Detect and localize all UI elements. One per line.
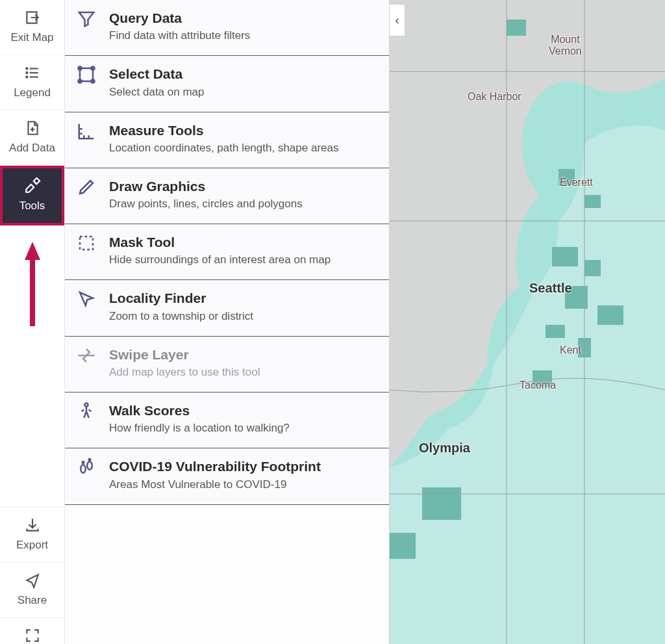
footprint-icon [77, 457, 96, 477]
svg-rect-31 [390, 533, 416, 559]
city-label-everett: Everett [560, 177, 593, 188]
tool-desc: Draw points, lines, circles and polygons [109, 198, 303, 211]
city-label-mount-vernon: MountVernon [549, 34, 582, 57]
city-label-olympia: Olympia [419, 441, 470, 456]
svg-point-20 [87, 462, 92, 470]
annotation-arrow [25, 242, 40, 326]
sidebar-item-label: Exit Map [10, 31, 53, 44]
tool-title: Select Data [109, 65, 204, 83]
city-label-kent: Kent [560, 344, 581, 356]
tool-title: Query Data [109, 9, 250, 27]
tool-desc: How friendly is a location to walking? [109, 422, 290, 435]
pencil-icon [77, 177, 96, 197]
svg-point-21 [82, 462, 84, 464]
tool-title: Swipe Layer [109, 346, 260, 363]
tool-desc: Add map layers to use this tool [109, 366, 260, 379]
svg-rect-11 [80, 68, 93, 81]
select-icon [77, 65, 96, 84]
sidebar-item-label: Add Data [9, 142, 55, 155]
chevron-left-icon: ‹ [395, 14, 399, 27]
ruler-icon [77, 122, 96, 141]
svg-point-5 [26, 72, 27, 73]
exit-icon [24, 9, 41, 26]
svg-point-19 [81, 465, 86, 474]
tools-panel: Query Data Find data with attribute filt… [65, 0, 390, 644]
cursor-icon [77, 289, 96, 309]
tool-item-select-data[interactable]: Select Data Select data on map [65, 56, 389, 112]
svg-point-22 [89, 459, 91, 461]
city-label-seattle: Seattle [529, 281, 572, 296]
tool-item-walk-scores[interactable]: Walk Scores How friendly is a location t… [65, 393, 389, 448]
svg-rect-35 [597, 305, 623, 325]
tool-title: Measure Tools [109, 122, 338, 139]
svg-marker-10 [25, 242, 40, 326]
sidebar-item-exit-map[interactable]: Exit Map [0, 0, 64, 55]
svg-rect-30 [422, 487, 461, 520]
tool-item-locality-finder[interactable]: Locality Finder Zoom to a township or di… [65, 280, 389, 336]
sidebar-item-share[interactable]: Share [0, 563, 64, 618]
mask-icon [77, 233, 96, 253]
tool-title: COVID-19 Vulnerability Footprint [109, 457, 321, 475]
list-icon [24, 64, 41, 81]
tool-desc: Zoom to a township or district [109, 310, 253, 323]
sidebar-item-add-data[interactable]: Add Data [0, 110, 64, 166]
svg-rect-25 [584, 260, 601, 276]
tools-icon [24, 177, 41, 194]
tool-item-query-data[interactable]: Query Data Find data with attribute filt… [65, 0, 389, 56]
map-canvas[interactable]: ‹ MountVernon Oak Harbor Everett Seattle… [390, 0, 665, 644]
svg-rect-24 [552, 247, 578, 266]
sidebar-item-export[interactable]: Export [0, 507, 64, 563]
file-plus-icon [24, 120, 41, 136]
sidebar-item-label: Legend [14, 86, 51, 99]
tool-title: Draw Graphics [109, 177, 303, 195]
svg-point-18 [85, 404, 88, 407]
tool-item-draw-graphics[interactable]: Draw Graphics Draw points, lines, circle… [65, 168, 389, 224]
sidebar-nav: Exit Map Legend Add Data Tools Export [0, 0, 65, 644]
swipe-icon [77, 346, 96, 365]
walk-icon [77, 402, 96, 421]
svg-point-6 [26, 76, 27, 77]
sidebar-item-label: Tools [19, 200, 45, 213]
collapse-panel-button[interactable]: ‹ [390, 4, 405, 36]
tool-title: Mask Tool [109, 233, 331, 251]
svg-point-4 [26, 68, 27, 69]
filter-icon [77, 9, 96, 29]
svg-rect-27 [546, 325, 565, 338]
tool-item-measure-tools[interactable]: Measure Tools Location coordinates, path… [65, 112, 389, 168]
city-label-tacoma: Tacoma [520, 380, 556, 391]
sidebar-item-tools[interactable]: Tools [0, 166, 64, 225]
tool-desc: Areas Most Vulnerable to COVID-19 [109, 478, 321, 491]
tool-item-mask-tool[interactable]: Mask Tool Hide surroundings of an intere… [65, 224, 389, 280]
tool-item-swipe-layer: Swipe Layer Add map layers to use this t… [65, 337, 389, 393]
tool-desc: Location coordinates, path length, shape… [109, 142, 338, 155]
tool-desc: Find data with attribute filters [109, 29, 250, 42]
sidebar-item-label: Share [18, 594, 47, 607]
fullscreen-icon [24, 627, 41, 644]
tool-title: Locality Finder [109, 289, 253, 307]
city-label-oak-harbor: Oak Harbor [468, 91, 521, 103]
sidebar-item-legend[interactable]: Legend [0, 55, 64, 110]
svg-rect-34 [584, 195, 601, 208]
sidebar-item-label: Export [16, 539, 48, 552]
tool-desc: Select data on map [109, 86, 204, 99]
tool-title: Walk Scores [109, 402, 290, 419]
svg-rect-32 [507, 19, 526, 36]
share-icon [24, 572, 41, 589]
tool-item-covid-footprint[interactable]: COVID-19 Vulnerability Footprint Areas M… [65, 448, 389, 504]
download-icon [24, 517, 41, 534]
svg-rect-16 [80, 237, 93, 250]
sidebar-item-fullscreen[interactable] [0, 618, 64, 644]
tool-desc: Hide surroundings of an interest area on… [109, 253, 331, 266]
map-backdrop [390, 0, 665, 644]
